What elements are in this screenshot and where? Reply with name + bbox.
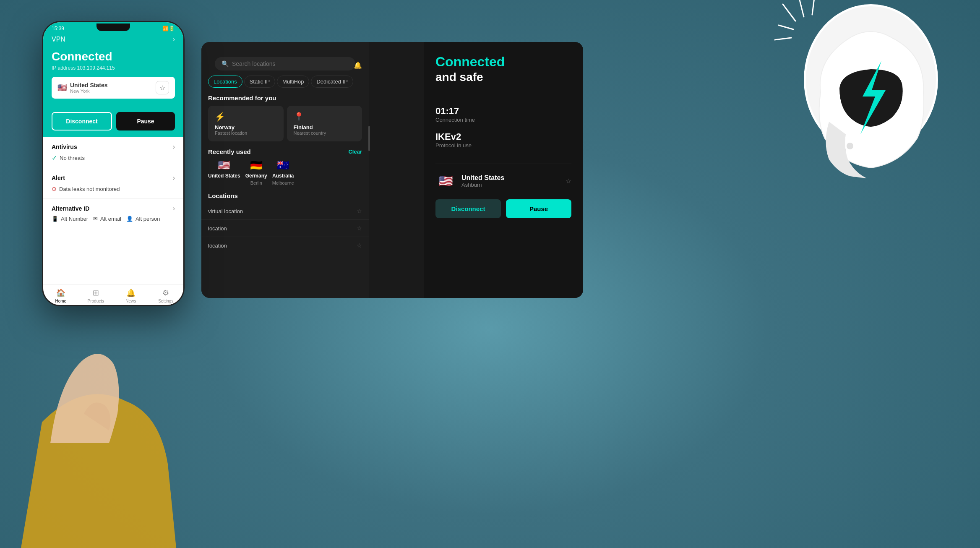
alert-section: Alert › ⊙ Data leaks not monitored: [43, 168, 183, 199]
tablet-city: Ashburn: [461, 182, 504, 188]
alt-id-section: Alternative ID › 📱 Alt Number ✉ Alt emai…: [43, 199, 183, 228]
alert-header: Alert ›: [52, 174, 175, 182]
search-icon: 🔍: [222, 60, 229, 67]
alt-number-badge[interactable]: 📱 Alt Number: [52, 216, 88, 222]
tablet-country: United States: [461, 174, 504, 182]
recent-us[interactable]: 🇺🇸 United States: [208, 159, 240, 185]
notification-icon[interactable]: 🔔: [354, 61, 362, 69]
loc-item-3[interactable]: location ☆: [201, 237, 369, 254]
recent-germany[interactable]: 🇩🇪 Germany Berlin: [245, 159, 267, 185]
connected-title: Connected and safe: [435, 55, 571, 84]
star-icon-1[interactable]: ☆: [357, 208, 362, 214]
loc-item-2[interactable]: location ☆: [201, 220, 369, 237]
svg-point-8: [847, 143, 853, 149]
shield-check-icon: ✓: [52, 154, 57, 162]
alt-person-badge[interactable]: 👤 Alt person: [126, 216, 160, 222]
phone-nav: VPN ›: [52, 36, 175, 43]
locations-list-label: Locations: [201, 192, 369, 199]
au-city: Melbourne: [272, 180, 294, 185]
tablet-right-panel: Connected and safe 01:17 Connection time…: [424, 42, 583, 298]
recently-used-label: Recently used: [208, 148, 251, 155]
settings-icon: ⚙: [162, 288, 169, 297]
search-bar[interactable]: 🔍: [215, 57, 355, 70]
au-flag: 🇦🇺: [277, 159, 289, 171]
location-row: 🇺🇸 United States Ashburn ☆: [435, 171, 571, 191]
antivirus-status-text: No threats: [60, 155, 85, 161]
country-selector[interactable]: 🇺🇸 United States New York ☆: [52, 77, 175, 99]
alert-title: Alert: [52, 175, 65, 181]
news-icon: 🔔: [126, 288, 136, 297]
phone-header: VPN › Connected IP address 103.109.244.1…: [43, 33, 183, 112]
alt-id-header: Alternative ID ›: [52, 205, 175, 212]
alert-chevron[interactable]: ›: [173, 174, 175, 182]
norway-sub: Fastest location: [215, 130, 277, 136]
settings-label: Settings: [158, 299, 173, 303]
svg-line-4: [774, 38, 791, 40]
tablet-pause-button[interactable]: Pause: [506, 199, 571, 218]
de-flag: 🇩🇪: [250, 159, 263, 171]
search-input[interactable]: [232, 60, 349, 67]
antivirus-header: Antivirus ›: [52, 143, 175, 151]
antivirus-title: Antivirus: [52, 144, 77, 150]
scroll-indicator: [368, 126, 370, 151]
phone-ip-address: IP address 103.109.244.115: [52, 65, 175, 71]
phone-disconnect-button[interactable]: Disconnect: [52, 112, 112, 130]
us-country: United States: [208, 173, 240, 179]
recommended-label: Recommended for you: [201, 94, 369, 102]
alt-email-badge[interactable]: ✉ Alt email: [93, 216, 121, 222]
tab-multihop[interactable]: MultiHop: [277, 76, 309, 88]
star-icon-2[interactable]: ☆: [357, 225, 362, 232]
star-icon-3[interactable]: ☆: [357, 242, 362, 249]
news-label: News: [125, 299, 136, 303]
phone-country-city: New York: [70, 89, 107, 94]
loc-item-1[interactable]: virtual location ☆: [201, 203, 369, 220]
phone-icon: 📱: [52, 216, 58, 222]
antivirus-chevron[interactable]: ›: [173, 143, 175, 151]
phone-star-button[interactable]: ☆: [156, 81, 169, 94]
finland-icon: 📍: [294, 112, 356, 122]
alt-email-label: Alt email: [100, 216, 121, 222]
au-country: Australia: [272, 173, 294, 179]
phone-nav-chevron[interactable]: ›: [173, 36, 175, 43]
alert-icon: ⊙: [52, 185, 57, 192]
nav-settings[interactable]: ⚙ Settings: [149, 288, 184, 303]
tab-dedicated-ip[interactable]: Dedicated IP: [311, 76, 353, 88]
phone-pause-button[interactable]: Pause: [116, 112, 175, 130]
svg-line-3: [779, 25, 793, 29]
rec-card-norway[interactable]: ⚡ Norway Fastest location: [208, 106, 284, 141]
phone-time: 15:39: [52, 26, 64, 31]
divider: [435, 164, 571, 164]
alert-status: ⊙ Data leaks not monitored: [52, 185, 120, 192]
nav-news[interactable]: 🔔 News: [113, 288, 149, 303]
home-icon: 🏠: [56, 288, 65, 297]
phone-action-buttons: Disconnect Pause: [43, 112, 183, 137]
location-star[interactable]: ☆: [566, 177, 571, 185]
recently-used-header: Recently used Clear: [201, 148, 369, 155]
svg-line-1: [800, 0, 804, 17]
tablet-action-buttons: Disconnect Pause: [435, 199, 571, 218]
phone-connected-status: Connected: [52, 50, 175, 63]
phone-country-name: United States: [70, 82, 107, 89]
tab-locations[interactable]: Locations: [208, 76, 242, 88]
alt-number-label: Alt Number: [61, 216, 88, 222]
clear-button[interactable]: Clear: [348, 149, 362, 155]
protocol-label: Protocol in use: [435, 142, 571, 149]
phone-mockup: 15:39 📶🔋 VPN › Connected IP address 103.…: [42, 21, 185, 306]
connection-time-label: Connection time: [435, 117, 571, 123]
nav-home[interactable]: 🏠 Home: [43, 288, 78, 303]
antivirus-section: Antivirus › ✓ No threats: [43, 137, 183, 168]
nav-products[interactable]: ⊞ Products: [78, 288, 114, 303]
recent-australia[interactable]: 🇦🇺 Australia Melbourne: [272, 159, 294, 185]
alt-id-chevron[interactable]: ›: [173, 205, 175, 212]
recent-items: 🇺🇸 United States 🇩🇪 Germany Berlin 🇦🇺 Au…: [201, 159, 369, 185]
de-city: Berlin: [250, 180, 262, 185]
tablet-panel: 🔍 🔔 Locations Static IP MultiHop Dedicat…: [201, 42, 583, 298]
phone-country-flag: 🇺🇸: [57, 83, 67, 92]
email-icon: ✉: [93, 216, 98, 222]
tablet-disconnect-button[interactable]: Disconnect: [435, 199, 501, 218]
phone-bottom-nav: 🏠 Home ⊞ Products 🔔 News ⚙ Settings: [43, 284, 183, 305]
rec-card-finland[interactable]: 📍 Finland Nearest country: [287, 106, 362, 141]
phone-signal: 📶🔋: [162, 26, 175, 31]
recommended-cards: ⚡ Norway Fastest location 📍 Finland Near…: [201, 106, 369, 141]
tab-static-ip[interactable]: Static IP: [244, 76, 275, 88]
